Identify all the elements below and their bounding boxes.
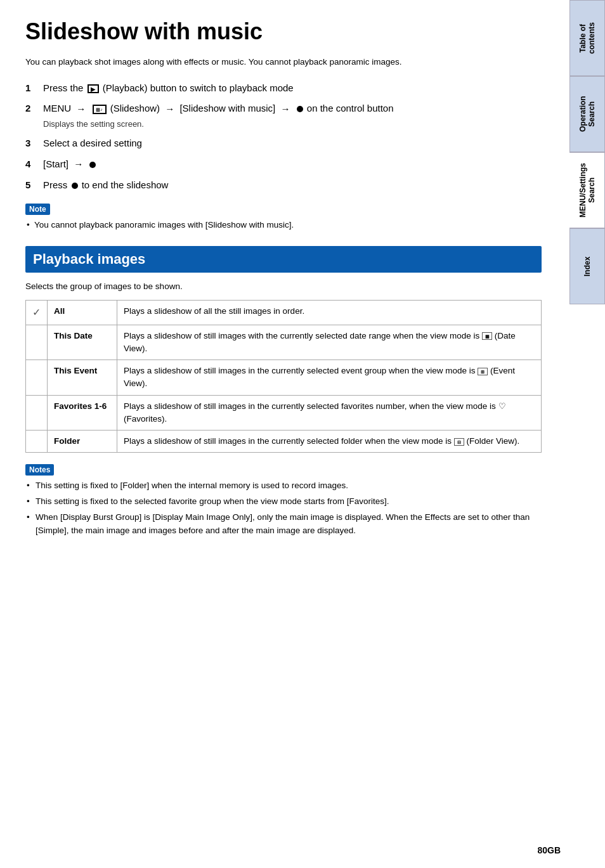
sidebar-tab-operation[interactable]: Operation Search [569, 76, 605, 152]
step-2-sub: Displays the setting screen. [43, 118, 542, 131]
step-2: 2 MENU → ⊞♪ (Slideshow) → [Slideshow wit… [25, 101, 542, 130]
step-4-content: [Start] → [43, 157, 542, 172]
table-row: ✓ All Plays a slideshow of all the still… [26, 300, 542, 325]
page-number: 80GB [537, 845, 561, 855]
steps-section: 1 Press the ▶ (Playback) button to switc… [25, 81, 542, 193]
step-3-content: Select a desired setting [43, 136, 542, 151]
page-title: Slideshow with music [25, 19, 542, 44]
note-item-1: You cannot playback panoramic images wit… [25, 219, 542, 231]
table-row: Favorites 1-6 Plays a slideshow of still… [26, 395, 542, 431]
sidebar-tab-toc[interactable]: Table of contents [569, 0, 605, 76]
playback-images-section: Playback images Selects the group of ima… [25, 246, 542, 538]
arrow-icon-3: → [280, 102, 290, 117]
step-3: 3 Select a desired setting [25, 136, 542, 151]
bullet-icon-2 [89, 162, 96, 168]
notes-item-0: This setting is fixed to [Folder] when t… [25, 479, 542, 493]
intro-text: You can playback shot images along with … [25, 56, 542, 68]
arrow-icon-1: → [76, 102, 86, 117]
table-row: This Event Plays a slideshow of still im… [26, 360, 542, 396]
checkmark-icon: ✓ [32, 307, 41, 318]
sidebar-tab-operation-label: Operation Search [578, 86, 596, 143]
sidebar-tab-menu-label: MENU/Settings Search [578, 162, 596, 219]
table-cell-desc-4: Plays a slideshow of still images in the… [117, 431, 542, 453]
section2-title: Playback images [25, 246, 542, 273]
step-5-num: 5 [25, 178, 39, 193]
step-3-num: 3 [25, 136, 39, 151]
bullet-icon-1 [297, 106, 303, 112]
note-label: Note [25, 204, 50, 215]
playback-icon: ▶ [88, 84, 99, 93]
notes-section: Notes This setting is fixed to [Folder] … [25, 464, 542, 538]
sidebar-tab-index-label: Index [583, 256, 592, 276]
table-cell-check-4 [26, 431, 48, 453]
section2-desc: Selects the group of images to be shown. [25, 282, 542, 291]
table-cell-name-2: This Event [48, 360, 117, 396]
notes-item-1: This setting is fixed to the selected fa… [25, 495, 542, 508]
table-cell-name-4: Folder [48, 431, 117, 453]
notes-label: Notes [25, 464, 54, 476]
step-4: 4 [Start] → [25, 157, 542, 172]
arrow-icon-4: → [74, 157, 83, 172]
notes-item-2: When [Display Burst Group] is [Display M… [25, 511, 542, 538]
playback-table: ✓ All Plays a slideshow of all the still… [25, 300, 542, 453]
step-1-content: Press the ▶ (Playback) button to switch … [43, 81, 542, 96]
slideshow-icon: ⊞♪ [93, 105, 107, 114]
sidebar-tab-menu[interactable]: MENU/Settings Search [569, 152, 605, 228]
favorites-icon: ♡ [498, 400, 506, 413]
event-view-icon: ⊞ [478, 368, 488, 375]
sidebar: Table of contents Operation Search MENU/… [569, 0, 605, 868]
table-cell-check-3 [26, 395, 48, 431]
step-5: 5 Press to end the slideshow [25, 178, 542, 193]
step-2-content: MENU → ⊞♪ (Slideshow) → [Slideshow with … [43, 101, 542, 130]
step-4-num: 4 [25, 157, 39, 172]
sidebar-tab-toc-label: Table of contents [578, 10, 596, 67]
table-cell-name-0: All [48, 300, 117, 325]
table-row: Folder Plays a slideshow of still images… [26, 431, 542, 453]
bullet-icon-3 [72, 183, 78, 189]
note-section: Note You cannot playback panoramic image… [25, 204, 542, 231]
table-cell-desc-2: Plays a slideshow of still images in the… [117, 360, 542, 396]
arrow-icon-2: → [165, 102, 174, 117]
step-1-num: 1 [25, 81, 39, 96]
table-row: This Date Plays a slideshow of still ima… [26, 325, 542, 360]
table-cell-desc-0: Plays a slideshow of all the still image… [117, 300, 542, 325]
table-cell-check-0: ✓ [26, 300, 48, 325]
folder-view-icon: ⊟ [454, 438, 464, 446]
step-1: 1 Press the ▶ (Playback) button to switc… [25, 81, 542, 96]
table-cell-name-3: Favorites 1-6 [48, 395, 117, 431]
step-5-content: Press to end the slideshow [43, 178, 542, 193]
table-cell-check-1 [26, 325, 48, 360]
table-cell-name-1: This Date [48, 325, 117, 360]
table-cell-desc-1: Plays a slideshow of still images with t… [117, 325, 542, 360]
step-2-num: 2 [25, 101, 39, 116]
notes-list: This setting is fixed to [Folder] when t… [25, 479, 542, 538]
sidebar-tab-index[interactable]: Index [569, 228, 605, 304]
table-cell-check-2 [26, 360, 48, 396]
table-cell-desc-3: Plays a slideshow of still images in the… [117, 395, 542, 431]
date-view-icon: ▦ [482, 332, 492, 340]
